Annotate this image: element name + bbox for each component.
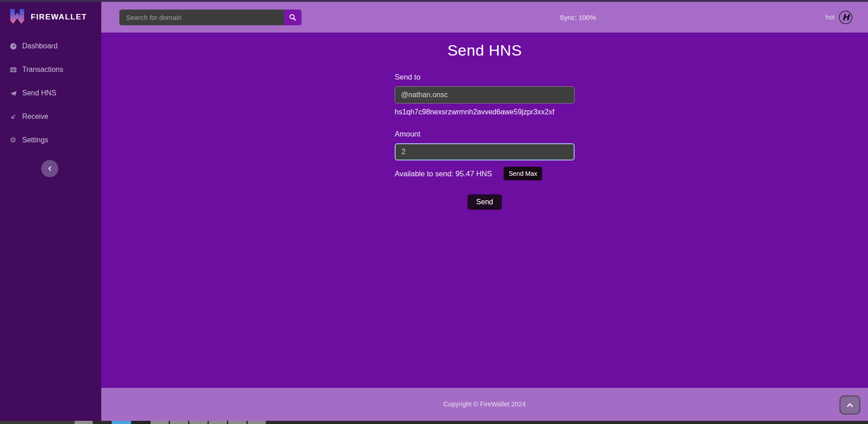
taskbar-button[interactable] xyxy=(248,421,266,424)
taskbar-button-active[interactable] xyxy=(112,421,131,424)
taskbar-button[interactable] xyxy=(131,421,151,424)
sidebar-collapse-button[interactable] xyxy=(41,160,58,177)
sync-status: Sync: 100% xyxy=(560,2,596,33)
brand-header[interactable]: FIREWALLET xyxy=(0,2,101,33)
send-to-label: Send to xyxy=(395,72,575,81)
sidebar-item-send-hns[interactable]: Send HNS xyxy=(0,81,101,105)
dashboard-icon xyxy=(9,42,17,50)
send-to-input[interactable] xyxy=(395,86,575,104)
sidebar-item-label: Receive xyxy=(22,113,48,121)
taskbar-sliver xyxy=(0,421,868,424)
sidebar-item-receive[interactable]: Receive xyxy=(0,105,101,128)
svg-text:H: H xyxy=(842,12,850,23)
taskbar-button[interactable] xyxy=(75,421,93,424)
footer: Copyright © FireWallet 2024 xyxy=(101,388,868,421)
sidebar: FIREWALLET Dashboard Transactions Send H… xyxy=(0,2,101,421)
taskbar-segment xyxy=(0,421,75,424)
search-icon xyxy=(289,14,297,21)
topbar: Sync: 100% hot H xyxy=(101,2,868,33)
available-row: Available to send: 95.47 HNS Send Max xyxy=(395,167,575,180)
resolved-address: hs1qh7c98nexsrzwrmnh2avved6awe59jzpr3xx2… xyxy=(395,108,575,117)
firewallet-window: FIREWALLET Dashboard Transactions Send H… xyxy=(0,0,868,424)
send-icon xyxy=(9,89,17,97)
send-max-button[interactable]: Send Max xyxy=(504,167,542,180)
firewallet-logo-icon xyxy=(9,8,25,26)
sidebar-nav: Dashboard Transactions Send HNS Receive xyxy=(0,34,101,152)
handshake-logo-icon: H xyxy=(839,10,853,24)
sidebar-item-label: Dashboard xyxy=(22,42,57,50)
brand-name: FIREWALLET xyxy=(31,13,87,22)
sidebar-item-settings[interactable]: ⚙ Settings xyxy=(0,128,101,152)
search-button[interactable] xyxy=(284,9,302,25)
scroll-to-top-button[interactable] xyxy=(840,396,860,415)
domain-search xyxy=(119,9,302,25)
taskbar-button[interactable] xyxy=(228,421,246,424)
taskbar-button[interactable] xyxy=(189,421,208,424)
search-input[interactable] xyxy=(119,9,284,25)
amount-input[interactable] xyxy=(395,143,575,160)
chevron-up-icon xyxy=(847,403,853,407)
taskbar-button[interactable] xyxy=(151,421,169,424)
settings-icon: ⚙ xyxy=(9,136,17,144)
transactions-icon xyxy=(9,66,17,74)
chevron-left-icon xyxy=(47,166,52,171)
sidebar-item-label: Settings xyxy=(22,136,48,144)
send-button[interactable]: Send xyxy=(467,194,501,210)
wallet-name: hot xyxy=(826,14,835,21)
page-title: Send HNS xyxy=(101,40,868,61)
wallet-selector[interactable]: hot H xyxy=(826,2,853,33)
taskbar-button[interactable] xyxy=(209,421,227,424)
sidebar-item-label: Send HNS xyxy=(22,89,57,97)
receive-icon xyxy=(9,113,17,121)
sidebar-item-transactions[interactable]: Transactions xyxy=(0,58,101,81)
available-balance-text: Available to send: 95.47 HNS xyxy=(395,170,492,178)
taskbar-button[interactable] xyxy=(170,421,188,424)
main-content: Send HNS Send to hs1qh7c98nexsrzwrmnh2av… xyxy=(101,33,868,388)
amount-label: Amount xyxy=(395,129,575,138)
copyright-text: Copyright © FireWallet 2024 xyxy=(101,400,868,408)
send-form: Send to hs1qh7c98nexsrzwrmnh2avved6awe59… xyxy=(395,72,575,210)
sidebar-item-dashboard[interactable]: Dashboard xyxy=(0,34,101,58)
sidebar-item-label: Transactions xyxy=(22,66,63,74)
